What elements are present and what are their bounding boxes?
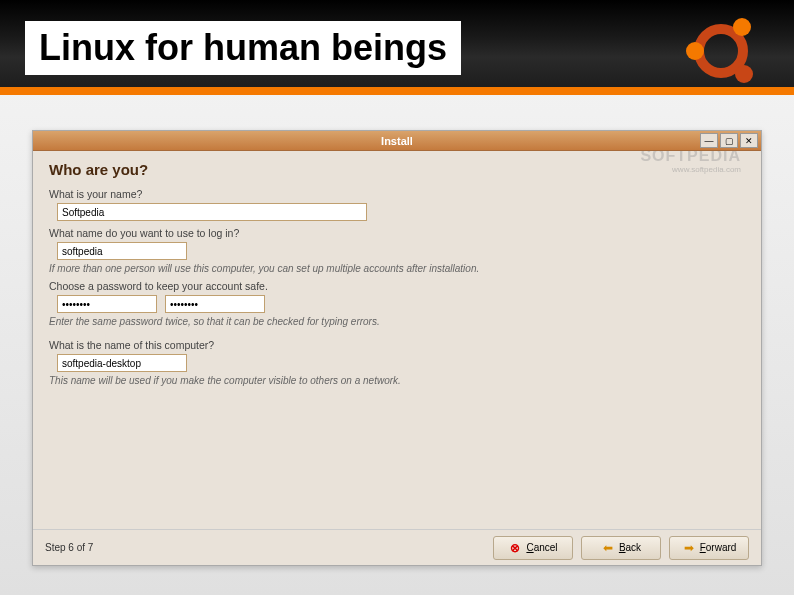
titlebar[interactable]: Install — ▢ ✕ xyxy=(33,131,761,151)
forward-button[interactable]: ➡ Forward xyxy=(669,536,749,560)
wizard-footer: Step 6 of 7 ⊗ Cancel ⬅ Back ➡ Forward xyxy=(33,529,761,565)
name-input[interactable] xyxy=(57,203,367,221)
accent-bar xyxy=(0,87,794,95)
window-body: SOFTPEDIA www.softpedia.com Who are you?… xyxy=(33,151,761,529)
window-controls: — ▢ ✕ xyxy=(700,133,758,148)
cancel-icon: ⊗ xyxy=(508,541,522,555)
forward-label: orward xyxy=(706,542,737,553)
minimize-button[interactable]: — xyxy=(700,133,718,148)
computer-hint: This name will be used if you make the c… xyxy=(49,375,745,386)
window-title: Install xyxy=(33,135,761,147)
slide-title: Linux for human beings xyxy=(25,21,461,75)
name-label: What is your name? xyxy=(49,188,745,200)
password-label: Choose a password to keep your account s… xyxy=(49,280,745,292)
computer-name-input[interactable] xyxy=(57,354,187,372)
login-input[interactable] xyxy=(57,242,187,260)
password-confirm-input[interactable] xyxy=(165,295,265,313)
back-label: ack xyxy=(626,542,642,553)
password-hint: Enter the same password twice, so that i… xyxy=(49,316,745,327)
watermark: SOFTPEDIA www.softpedia.com xyxy=(640,151,741,174)
ubuntu-logo xyxy=(684,14,759,89)
step-indicator: Step 6 of 7 xyxy=(45,542,485,553)
login-hint: If more than one person will use this co… xyxy=(49,263,745,274)
slide-header: Linux for human beings xyxy=(0,0,794,95)
computer-label: What is the name of this computer? xyxy=(49,339,745,351)
close-button[interactable]: ✕ xyxy=(740,133,758,148)
login-label: What name do you want to use to log in? xyxy=(49,227,745,239)
maximize-button[interactable]: ▢ xyxy=(720,133,738,148)
install-window: Install — ▢ ✕ SOFTPEDIA www.softpedia.co… xyxy=(32,130,762,566)
arrow-right-icon: ➡ xyxy=(682,541,696,555)
back-button[interactable]: ⬅ Back xyxy=(581,536,661,560)
cancel-button[interactable]: ⊗ Cancel xyxy=(493,536,573,560)
cancel-label: ancel xyxy=(534,542,558,553)
password-input[interactable] xyxy=(57,295,157,313)
arrow-left-icon: ⬅ xyxy=(601,541,615,555)
